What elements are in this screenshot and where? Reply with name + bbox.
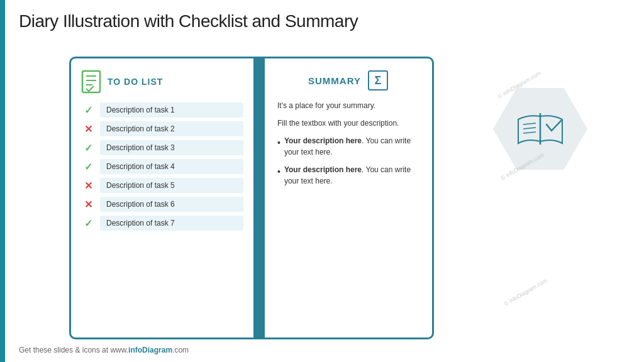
tab-red: [432, 134, 434, 159]
tab-markers: [432, 109, 434, 184]
todo-title: TO DO LIST: [108, 77, 163, 87]
table-row: ✕ Description of task 2: [81, 121, 243, 136]
svg-line-9: [523, 132, 536, 133]
hex-book-decoration: [493, 88, 594, 176]
table-row: ✕ Description of task 5: [81, 178, 243, 193]
page: Diary Illustration with Checklist and Su…: [0, 0, 644, 362]
summary-page: SUMMARY Σ It's a place for your summary.…: [265, 58, 432, 337]
check-icon-3: ✓: [81, 141, 95, 155]
footer-text-suffix: .com: [172, 346, 189, 354]
summary-header: SUMMARY Σ: [277, 70, 419, 91]
summary-title: SUMMARY: [308, 75, 361, 86]
check-icon-4: ✓: [81, 160, 95, 173]
cross-icon-6: ✕: [81, 197, 95, 211]
summary-bullet-2: • Your description here. You can write y…: [277, 164, 419, 187]
task-label-3: Description of task 3: [100, 140, 243, 155]
page-title: Diary Illustration with Checklist and Su…: [19, 11, 358, 31]
checklist-icon: [81, 70, 101, 94]
svg-line-7: [523, 123, 536, 124]
summary-bullet-1: • Your description here. You can write y…: [277, 135, 419, 158]
task-label-2: Description of task 2: [100, 121, 243, 136]
todo-header: TO DO LIST: [81, 70, 243, 94]
table-row: ✕ Description of task 6: [81, 197, 243, 212]
svg-text:Σ: Σ: [375, 74, 382, 87]
book-checkmark-icon: [512, 107, 569, 151]
task-label-1: Description of task 1: [100, 102, 243, 118]
book-spine: [253, 58, 265, 337]
summary-icon: Σ: [367, 70, 389, 91]
check-icon-1: ✓: [81, 103, 95, 117]
bullet-dot-2: •: [277, 165, 280, 178]
bullet-dot-1: •: [277, 136, 280, 150]
task-label-5: Description of task 5: [100, 178, 243, 193]
table-row: ✓ Description of task 7: [81, 216, 243, 231]
summary-bullet-text-2: Your description here. You can write you…: [284, 164, 419, 187]
diary-book: TO DO LIST ✓ Description of task 1 ✕ Des…: [69, 57, 434, 339]
table-row: ✓ Description of task 1: [81, 102, 243, 118]
task-label-7: Description of task 7: [100, 216, 243, 231]
watermark-3: © infoDiagram.com: [503, 277, 548, 307]
cross-icon-5: ✕: [81, 178, 95, 192]
left-accent-bar: [0, 0, 5, 362]
tab-green: [432, 159, 434, 184]
svg-line-8: [523, 128, 536, 129]
task-list: ✓ Description of task 1 ✕ Description of…: [81, 102, 243, 231]
summary-bullet-text-1: Your description here. You can write you…: [284, 135, 419, 158]
table-row: ✓ Description of task 4: [81, 159, 243, 174]
spine-arrow: [253, 331, 265, 339]
footer: Get these slides & icons at www.infoDiag…: [19, 346, 189, 354]
table-row: ✓ Description of task 3: [81, 140, 243, 155]
cross-icon-2: ✕: [81, 122, 95, 136]
task-label-4: Description of task 4: [100, 159, 243, 174]
hexagon-shape: [493, 88, 587, 170]
footer-brand: infoDiagram: [128, 346, 172, 354]
task-label-6: Description of task 6: [100, 197, 243, 212]
summary-text-2: Fill the textbox with your description.: [277, 118, 419, 129]
tab-orange: [432, 109, 434, 134]
todo-page: TO DO LIST ✓ Description of task 1 ✕ Des…: [71, 58, 253, 337]
footer-text-prefix: Get these slides & icons at www.: [19, 346, 128, 354]
check-icon-7: ✓: [81, 216, 95, 230]
summary-text-1: It's a place for your summary.: [277, 100, 419, 111]
